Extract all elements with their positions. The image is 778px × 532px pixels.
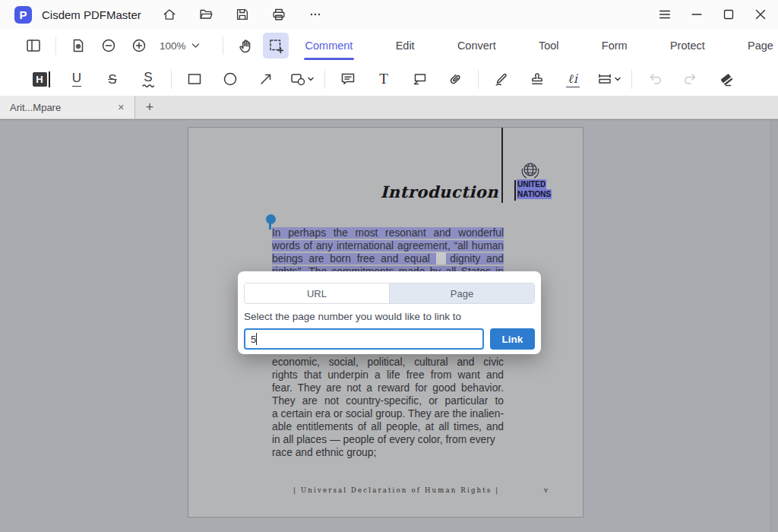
titlebar-actions bbox=[161, 6, 324, 23]
callout-tool-button[interactable] bbox=[404, 66, 435, 92]
divider bbox=[324, 69, 325, 89]
ribbon-tab-bar: Comment Edit Convert Tool Form Protect P… bbox=[289, 29, 778, 62]
chevron-down-icon bbox=[308, 77, 314, 81]
un-caption-line2: NATIONS bbox=[517, 189, 552, 199]
text-comment-tool-button[interactable]: T bbox=[368, 66, 399, 92]
tab-tool[interactable]: Tool bbox=[539, 29, 559, 62]
body-line: able entitlements of all people, at all … bbox=[272, 420, 504, 433]
eraser-button[interactable] bbox=[711, 66, 742, 92]
dialog-prompt: Select the page number you would like to… bbox=[244, 311, 535, 322]
link-type-page-tab[interactable]: Page bbox=[389, 283, 534, 303]
marquee-select-button[interactable] bbox=[263, 33, 289, 59]
hand-icon bbox=[237, 37, 254, 54]
print-button[interactable] bbox=[270, 6, 287, 23]
window-controls bbox=[656, 6, 769, 23]
app-logo-icon: P bbox=[14, 6, 32, 24]
link-confirm-button[interactable]: Link bbox=[490, 328, 535, 350]
shapes-icon bbox=[289, 71, 306, 87]
document-tab-strip: Arit...Mpare ✕ + bbox=[0, 96, 778, 119]
new-tab-button[interactable]: + bbox=[135, 96, 164, 119]
folder-open-icon bbox=[198, 7, 213, 22]
tab-comment[interactable]: Comment bbox=[305, 29, 353, 62]
zoom-level-value: 100% bbox=[160, 40, 186, 52]
un-caption-line1: UNITED bbox=[517, 179, 546, 189]
document-tab-title: Arit...Mpare bbox=[10, 102, 61, 113]
divider bbox=[55, 36, 56, 55]
body-line: in all places — people of every color, f… bbox=[272, 433, 504, 446]
home-button[interactable] bbox=[161, 6, 178, 23]
divider bbox=[171, 69, 172, 89]
title-bar: P Cisdem PDFMaster bbox=[0, 0, 778, 30]
page-settings-button[interactable] bbox=[65, 33, 91, 59]
undo-icon bbox=[647, 71, 663, 87]
signature-tool-button[interactable]: ℓi bbox=[558, 66, 588, 92]
squiggly-icon: S bbox=[142, 71, 154, 87]
squiggly-tool-button[interactable]: S bbox=[133, 66, 163, 92]
un-emblem-icon bbox=[518, 161, 542, 181]
more-button[interactable] bbox=[307, 6, 324, 23]
attachment-tool-button[interactable] bbox=[440, 66, 470, 92]
callout-icon bbox=[411, 71, 428, 87]
tab-form[interactable]: Form bbox=[602, 29, 628, 62]
arrow-tool-button[interactable] bbox=[251, 66, 281, 92]
ellipse-tool-button[interactable] bbox=[215, 66, 245, 92]
chevron-down-icon bbox=[191, 43, 200, 49]
save-button[interactable] bbox=[234, 6, 251, 23]
highlight-icon: H bbox=[33, 72, 47, 87]
stamp-tool-button[interactable] bbox=[522, 66, 552, 92]
note-tool-button[interactable] bbox=[333, 66, 363, 92]
shapes-tool-button[interactable] bbox=[286, 66, 317, 92]
zoom-in-icon bbox=[131, 37, 147, 54]
tab-page[interactable]: Page bbox=[748, 29, 773, 62]
page-settings-icon bbox=[70, 37, 87, 54]
home-icon bbox=[162, 7, 177, 22]
pencil-tool-button[interactable] bbox=[486, 66, 517, 92]
print-icon bbox=[271, 7, 286, 22]
note-icon bbox=[340, 71, 356, 87]
tab-comment-label: Comment bbox=[305, 40, 353, 52]
rectangle-tool-button[interactable] bbox=[179, 66, 210, 92]
document-tab-close-icon[interactable]: ✕ bbox=[118, 103, 125, 112]
eraser-icon bbox=[718, 71, 735, 87]
hand-tool-button[interactable] bbox=[232, 33, 258, 59]
link-dialog: URL Page Select the page number you woul… bbox=[238, 271, 541, 354]
tab-edit[interactable]: Edit bbox=[396, 29, 415, 62]
close-button[interactable] bbox=[752, 6, 769, 23]
tab-convert[interactable]: Convert bbox=[457, 29, 496, 62]
highlighted-paragraph[interactable]: In perhaps the most resonant and wonderf… bbox=[272, 226, 504, 278]
save-icon bbox=[235, 7, 250, 22]
chevron-down-icon bbox=[615, 77, 621, 81]
minimize-button[interactable] bbox=[688, 6, 705, 23]
open-file-button[interactable] bbox=[198, 6, 214, 23]
measure-tool-button[interactable] bbox=[593, 66, 624, 92]
selection-pin-handle[interactable] bbox=[266, 214, 276, 224]
tab-protect[interactable]: Protect bbox=[670, 29, 705, 62]
panel-toggle-button[interactable] bbox=[21, 33, 46, 59]
app-logo-letter: P bbox=[19, 8, 27, 21]
page-number-input[interactable] bbox=[244, 328, 484, 350]
redo-button[interactable] bbox=[675, 66, 706, 92]
zoom-in-button[interactable] bbox=[126, 33, 152, 59]
main-toolbar: 100% Comment Edit Convert Tool Form Prot… bbox=[0, 29, 778, 62]
underline-tool-button[interactable]: U bbox=[62, 66, 92, 92]
document-tab[interactable]: Arit...Mpare ✕ bbox=[0, 96, 135, 119]
vertical-scrollbar[interactable] bbox=[770, 120, 778, 532]
link-type-url-tab[interactable]: URL bbox=[245, 283, 389, 303]
zoom-out-button[interactable] bbox=[96, 33, 122, 59]
highlighted-line: beings are born free and equal in dignit… bbox=[272, 252, 504, 265]
tab-tool-label: Tool bbox=[539, 40, 559, 52]
link-type-segmented-control: URL Page bbox=[244, 283, 535, 304]
zoom-level-dropdown[interactable]: 100% bbox=[160, 40, 200, 52]
divider bbox=[631, 69, 632, 89]
maximize-button[interactable] bbox=[720, 6, 737, 23]
page-number: v bbox=[544, 486, 548, 494]
maximize-icon bbox=[721, 7, 736, 22]
undo-button[interactable] bbox=[640, 66, 670, 92]
highlight-tool-button[interactable]: H bbox=[26, 66, 56, 92]
text-comment-icon: T bbox=[379, 71, 388, 87]
divider bbox=[478, 69, 479, 89]
menu-button[interactable] bbox=[656, 6, 673, 23]
un-caption: UNITED NATIONS bbox=[517, 179, 552, 199]
strikethrough-tool-button[interactable]: S bbox=[97, 66, 128, 92]
highlighted-line: words of any international agreement, “a… bbox=[272, 239, 504, 252]
